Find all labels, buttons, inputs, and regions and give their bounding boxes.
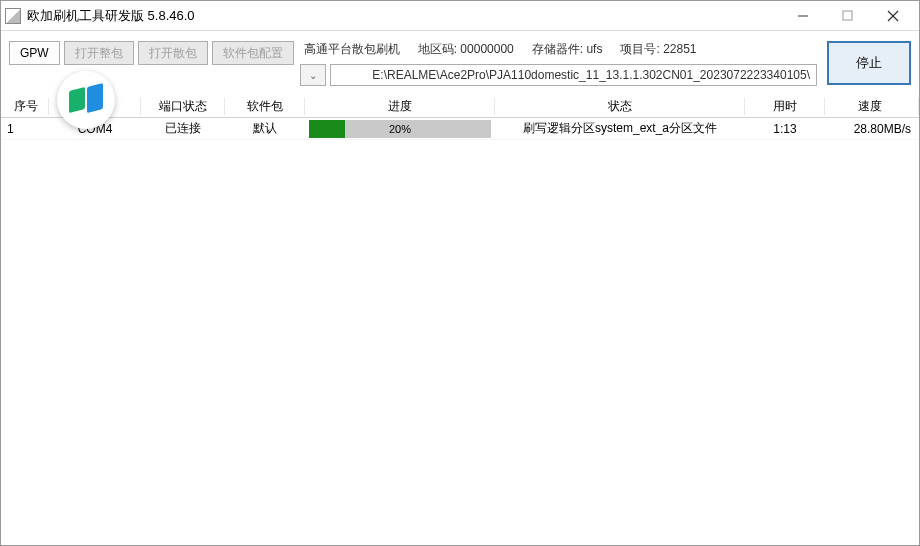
stop-button[interactable]: 停止 (827, 41, 911, 85)
region-pair: 地区码: 00000000 (418, 41, 514, 58)
region-value: 00000000 (460, 42, 513, 56)
region-label: 地区码: (418, 42, 457, 56)
cell-pkg: 默认 (225, 120, 305, 137)
gpw-button[interactable]: GPW (9, 41, 60, 65)
project-label: 项目号: (620, 42, 659, 56)
table-body: 1COM4已连接默认20%刷写逻辑分区system_ext_a分区文件1:132… (1, 118, 919, 140)
platform-label: 高通平台散包刷机 (304, 41, 400, 58)
app-window: 欧加刷机工具研发版 5.8.46.0 GPW 打开整包 打开散包 软件包配置 高… (0, 0, 920, 546)
close-button[interactable] (870, 2, 915, 30)
col-time: 用时 (745, 98, 825, 115)
maximize-button[interactable] (825, 2, 870, 30)
storage-label: 存储器件: (532, 42, 583, 56)
open-whole-button[interactable]: 打开整包 (64, 41, 134, 65)
app-icon (5, 8, 21, 24)
window-controls (780, 2, 915, 30)
pkg-config-button[interactable]: 软件包配置 (212, 41, 294, 65)
path-text: E:\REALME\Ace2Pro\PJA110domestic_11_13.1… (372, 68, 810, 82)
path-row: ⌄ E:\REALME\Ace2Pro\PJA110domestic_11_13… (300, 64, 817, 86)
minimize-icon (797, 10, 809, 22)
progress-bar: 20% (309, 120, 491, 138)
toolbar-buttons: GPW 打开整包 打开散包 软件包配置 (9, 41, 294, 65)
col-port-status: 端口状态 (141, 98, 225, 115)
device-table: 序号 端口 端口状态 软件包 进度 状态 用时 速度 1COM4已连接默认20%… (1, 96, 919, 140)
project-pair: 项目号: 22851 (620, 41, 696, 58)
cell-seq: 1 (1, 122, 49, 136)
logo-badge (57, 71, 115, 129)
table-header: 序号 端口 端口状态 软件包 进度 状态 用时 速度 (1, 96, 919, 118)
col-status: 状态 (495, 98, 745, 115)
path-display[interactable]: E:\REALME\Ace2Pro\PJA110domestic_11_13.1… (330, 64, 817, 86)
cell-progress: 20% (305, 120, 495, 138)
open-scatter-button[interactable]: 打开散包 (138, 41, 208, 65)
path-dropdown[interactable]: ⌄ (300, 64, 326, 86)
cell-status: 刷写逻辑分区system_ext_a分区文件 (495, 120, 745, 137)
col-pkg: 软件包 (225, 98, 305, 115)
col-progress: 进度 (305, 98, 495, 115)
titlebar: 欧加刷机工具研发版 5.8.46.0 (1, 1, 919, 31)
progress-text: 20% (389, 123, 411, 135)
storage-pair: 存储器件: ufs (532, 41, 603, 58)
chevron-down-icon: ⌄ (309, 70, 317, 81)
info-area: 高通平台散包刷机 地区码: 00000000 存储器件: ufs 项目号: 22… (300, 41, 817, 86)
storage-value: ufs (586, 42, 602, 56)
cell-port-status: 已连接 (141, 120, 225, 137)
maximize-icon (842, 10, 853, 21)
project-value: 22851 (663, 42, 696, 56)
window-title: 欧加刷机工具研发版 5.8.46.0 (27, 7, 780, 25)
col-speed: 速度 (825, 98, 919, 115)
minimize-button[interactable] (780, 2, 825, 30)
col-seq: 序号 (1, 98, 49, 115)
logo-icon (69, 83, 103, 117)
info-line: 高通平台散包刷机 地区码: 00000000 存储器件: ufs 项目号: 22… (300, 41, 817, 58)
table-row[interactable]: 1COM4已连接默认20%刷写逻辑分区system_ext_a分区文件1:132… (1, 118, 919, 140)
cell-speed: 28.80MB/s (825, 122, 919, 136)
cell-time: 1:13 (745, 122, 825, 136)
toolbar: GPW 打开整包 打开散包 软件包配置 高通平台散包刷机 地区码: 000000… (1, 31, 919, 90)
close-icon (887, 10, 899, 22)
svg-rect-1 (843, 11, 852, 20)
